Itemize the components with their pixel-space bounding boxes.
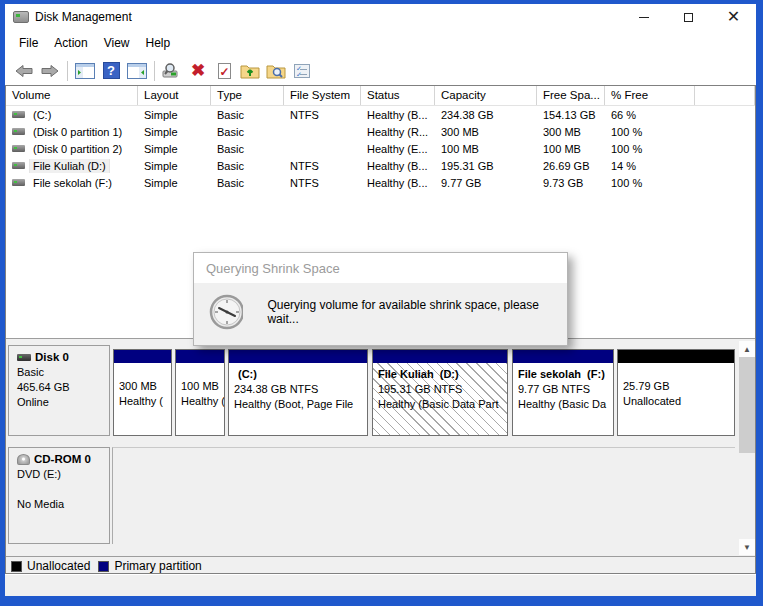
column-header-capacity[interactable]: Capacity [435, 86, 537, 105]
clock-wait-icon [208, 293, 243, 331]
column-header-blank [695, 86, 755, 105]
column-header-free-space[interactable]: Free Spa... [537, 86, 605, 105]
cell-type: Basic [211, 143, 284, 155]
partition-color-bar [114, 350, 171, 363]
delete-volume-icon: ✖ [191, 62, 205, 79]
partition-recovery[interactable]: 300 MB Healthy ( [113, 349, 172, 436]
disk0-name: Disk 0 [35, 351, 69, 363]
volume-name: File sekolah (F:) [30, 176, 115, 190]
screen-magnifier-icon [162, 63, 182, 79]
column-header-layout[interactable]: Layout [138, 86, 211, 105]
cell-type: Basic [211, 160, 284, 172]
cell-filesystem: NTFS [284, 177, 361, 189]
cell-percent-free: 14 % [605, 160, 695, 172]
help-button[interactable]: ? [99, 59, 123, 83]
cell-layout: Simple [138, 126, 211, 138]
scrollbar-down-arrow[interactable]: ▼ [739, 539, 755, 555]
screen-magnifier-button[interactable] [160, 59, 184, 83]
cell-percent-free: 100 % [605, 177, 695, 189]
menu-file[interactable]: File [11, 32, 46, 54]
open-folder-button[interactable] [238, 59, 262, 83]
disk-icon [17, 354, 31, 361]
cell-layout: Simple [138, 177, 211, 189]
legend-label: Primary partition [114, 559, 201, 573]
menu-help[interactable]: Help [138, 32, 179, 54]
table-row-selected[interactable]: File Kuliah (D:) Simple Basic NTFS Healt… [6, 157, 755, 174]
scrollbar-up-arrow[interactable]: ▲ [739, 341, 755, 357]
cell-status: Healthy (R... [361, 126, 435, 138]
partition-status: Healthy (Basic Data Part [378, 397, 507, 412]
cell-free-space: 100 MB [537, 143, 605, 155]
menu-action[interactable]: Action [46, 32, 95, 54]
back-icon [14, 63, 34, 79]
partition-unallocated[interactable]: 25.79 GB Unallocated [617, 349, 735, 436]
dialog-title-bar[interactable]: Querying Shrink Space [194, 253, 567, 283]
properties-button[interactable] [290, 59, 314, 83]
legend-bar: Unallocated Primary partition [6, 556, 755, 574]
disk0-label-panel[interactable]: Disk 0 Basic 465.64 GB Online [8, 345, 110, 436]
table-row[interactable]: (C:) Simple Basic NTFS Healthy (B... 234… [6, 106, 755, 123]
cell-type: Basic [211, 126, 284, 138]
table-row[interactable]: (Disk 0 partition 1) Simple Basic Health… [6, 123, 755, 140]
explore-folder-button[interactable] [264, 59, 288, 83]
forward-icon [40, 63, 60, 79]
volume-drive-icon [12, 162, 25, 169]
cell-free-space: 300 MB [537, 126, 605, 138]
partition-d-selected[interactable]: File Kuliah (D:) 195.31 GB NTFS Healthy … [372, 349, 508, 436]
cdrom-media-status: No Media [17, 497, 109, 512]
title-bar[interactable]: Disk Management ✕ [5, 4, 756, 30]
mark-partition-active-icon [218, 63, 231, 79]
cell-capacity: 234.38 GB [435, 109, 537, 121]
partition-color-bar [618, 350, 734, 363]
back-button[interactable] [12, 59, 36, 83]
cell-percent-free: 100 % [605, 126, 695, 138]
partition-size: 234.38 GB NTFS [234, 382, 367, 397]
menu-view[interactable]: View [96, 32, 138, 54]
cell-filesystem: NTFS [284, 109, 361, 121]
volume-list-header: Volume Layout Type File System Status Ca… [6, 86, 755, 106]
forward-button[interactable] [38, 59, 62, 83]
unallocated-swatch [11, 561, 22, 572]
primary-partition-swatch [98, 561, 109, 572]
scrollbar-thumb[interactable] [739, 357, 755, 453]
cell-layout: Simple [138, 109, 211, 121]
partition-size: 25.79 GB [623, 379, 734, 394]
desktop-background: { "window": { "title": "Disk Management"… [0, 0, 763, 606]
close-button[interactable]: ✕ [711, 4, 756, 30]
column-header-filesystem[interactable]: File System [284, 86, 361, 105]
column-header-percent-free[interactable]: % Free [605, 86, 695, 105]
cdrom-label-panel[interactable]: CD-ROM 0 DVD (E:) No Media [8, 447, 110, 544]
volume-drive-icon [12, 128, 25, 135]
volume-name: (Disk 0 partition 1) [30, 125, 125, 139]
volume-drive-icon [12, 145, 25, 152]
minimize-icon [639, 17, 649, 18]
partition-name: (C:) [234, 367, 367, 382]
cdrom-track-area[interactable] [112, 447, 735, 544]
legend-item-unallocated: Unallocated [11, 559, 90, 573]
cell-status: Healthy (B... [361, 177, 435, 189]
partition-status: Healthy (Basic Da [518, 397, 613, 412]
volume-drive-icon [12, 111, 25, 118]
column-header-volume[interactable]: Volume [6, 86, 138, 105]
open-folder-icon [240, 62, 260, 79]
column-header-status[interactable]: Status [361, 86, 435, 105]
vertical-scrollbar[interactable]: ▲ ▼ [739, 341, 755, 555]
disk0-type: Basic [17, 365, 109, 380]
table-row[interactable]: File sekolah (F:) Simple Basic NTFS Heal… [6, 174, 755, 191]
table-row[interactable]: (Disk 0 partition 2) Simple Basic Health… [6, 140, 755, 157]
cell-status: Healthy (E... [361, 143, 435, 155]
partition-c[interactable]: (C:) 234.38 GB NTFS Healthy (Boot, Page … [228, 349, 368, 436]
maximize-button[interactable] [666, 4, 711, 30]
mark-partition-active-button[interactable] [212, 59, 236, 83]
partition-f[interactable]: File sekolah (F:) 9.77 GB NTFS Healthy (… [512, 349, 614, 436]
show-action-pane-button[interactable] [125, 59, 149, 83]
minimize-button[interactable] [621, 4, 666, 30]
delete-volume-button[interactable]: ✖ [186, 59, 210, 83]
partition-efi[interactable]: 100 MB Healthy ( [175, 349, 225, 436]
volume-name: (Disk 0 partition 2) [30, 142, 125, 156]
partition-size: 300 MB [119, 379, 171, 394]
column-header-type[interactable]: Type [211, 86, 284, 105]
cell-capacity: 300 MB [435, 126, 537, 138]
toolbar-separator [67, 61, 68, 81]
show-console-tree-button[interactable] [73, 59, 97, 83]
